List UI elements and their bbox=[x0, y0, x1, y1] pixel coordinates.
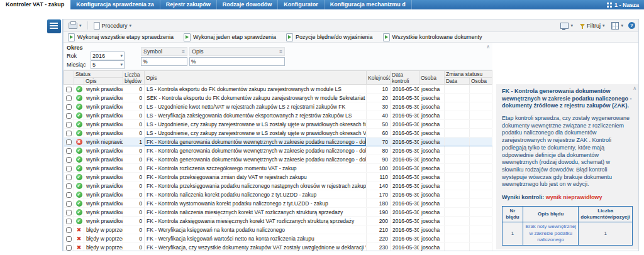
action-all-controlled-documents[interactable]: Wszystkie kontrolowane dokumenty bbox=[383, 33, 482, 41]
table-row[interactable]: ✔ wynik prawidłow 0 LS - Kontrola ekspor… bbox=[64, 85, 492, 94]
status-ok-icon: ✔ bbox=[76, 183, 82, 189]
row-checkbox[interactable] bbox=[66, 192, 72, 198]
action-bar: Wykonaj wszystkie etapy sprawdzenia Wyko… bbox=[64, 32, 638, 43]
table-row[interactable]: ✔ wynik prawidłow 0 LS - Uzgodnienie, cz… bbox=[64, 129, 492, 138]
results-table: Status Liczba błędów Opis Kolejność↑ Dat… bbox=[64, 70, 492, 251]
header-zmiana-statusu[interactable]: Zmiana statusu bbox=[445, 71, 492, 78]
header-zmiana-osoba[interactable]: Osoba bbox=[470, 78, 492, 85]
table-row[interactable]: ✔ wynik prawidłow 0 FK - Kontrola rozlic… bbox=[64, 164, 492, 173]
header-status[interactable]: Status bbox=[74, 71, 123, 78]
row-checkbox[interactable] bbox=[66, 236, 72, 242]
status-text: wynik prawidłow bbox=[84, 102, 123, 111]
table-row[interactable]: ✔ wynik prawidłow 0 FK - Kontrola przeks… bbox=[64, 182, 492, 190]
row-checkbox[interactable] bbox=[66, 104, 72, 110]
header-kolejnosc[interactable]: Kolejność↑ bbox=[367, 71, 391, 85]
help-icon[interactable]: ? bbox=[628, 22, 635, 29]
month-select[interactable]: 5 ▾ bbox=[91, 60, 125, 69]
order-number: 190 bbox=[367, 208, 391, 217]
funnel-icon bbox=[580, 24, 585, 27]
left-nav-strip bbox=[47, 19, 63, 251]
company-indicator[interactable]: 1 - Nasza bbox=[602, 0, 644, 9]
status-ok-icon: ✔ bbox=[76, 130, 82, 136]
error-count: 0 bbox=[123, 146, 145, 155]
row-checkbox[interactable] bbox=[66, 210, 72, 215]
action-error-positions[interactable]: Pozycje błędne/do wyjaśnienia bbox=[286, 33, 373, 41]
header-data-kontroli[interactable]: Data kontroli bbox=[391, 71, 419, 85]
err-opis[interactable]: Brak noty wewnętrznej w zakresie podatku… bbox=[523, 222, 579, 245]
header-osoba[interactable]: Osoba bbox=[419, 71, 445, 85]
header-status-opis[interactable]: Opis bbox=[84, 78, 123, 85]
row-checkbox[interactable] bbox=[66, 131, 72, 136]
tab-rodzaje-dowodow[interactable]: Rodzaje dowodów bbox=[217, 0, 279, 9]
row-checkbox[interactable] bbox=[66, 166, 72, 171]
control-description: FK - Kontrola generowania dokumentów wew… bbox=[145, 138, 367, 146]
row-checkbox[interactable] bbox=[66, 175, 72, 180]
tab-kontroler-vat-zakup[interactable]: Kontroler VAT - zakup bbox=[0, 0, 70, 9]
symbol-filter-input[interactable] bbox=[141, 57, 187, 66]
table-row[interactable]: ✔ wynik prawidłow 0 FK - Kontrola wystor… bbox=[64, 199, 492, 208]
table-row[interactable]: ✔ wynik prawidłow 0 FK - Kontrola przeks… bbox=[64, 173, 492, 182]
control-description: FK - Kontrola wystornowania korekt podat… bbox=[145, 199, 367, 208]
status-change-person bbox=[470, 225, 492, 234]
header-opis[interactable]: Opis bbox=[145, 71, 367, 85]
header-zmiana-data[interactable]: Data bbox=[445, 78, 470, 85]
row-checkbox[interactable] bbox=[66, 122, 72, 127]
results-label: Wyniki kontroli: bbox=[502, 194, 544, 200]
control-description: FK - Weryfikacja, czy wszystkie dokument… bbox=[145, 243, 367, 251]
table-row[interactable]: ✔ wynik prawidłow 0 LS - Weryfikacja zak… bbox=[64, 111, 492, 120]
table-row[interactable]: ✖ błędy w poprzedni 0 FK - Weryfikacja k… bbox=[64, 225, 492, 234]
row-checkbox[interactable] bbox=[66, 113, 72, 119]
row-checkbox[interactable] bbox=[66, 148, 72, 154]
filter-collapse-icon[interactable]: ∧ bbox=[486, 44, 490, 50]
tab-konfiguracja-sprawdzenia[interactable]: Konfiguracja sprawdzenia za bbox=[70, 0, 160, 9]
table-row[interactable]: ✔ wynik prawidłow 0 FK - Kontrola genero… bbox=[64, 146, 492, 155]
table-row[interactable]: ✔ wynik prawidłow 0 LS - Uzgodnienie, cz… bbox=[64, 120, 492, 129]
header-select-column[interactable] bbox=[64, 71, 74, 85]
row-checkbox[interactable] bbox=[66, 139, 72, 145]
row-checkbox[interactable] bbox=[66, 157, 72, 163]
table-row[interactable]: ✔ wynik prawidłow 0 LS - Uzgodnienie kwo… bbox=[64, 102, 492, 111]
tab-konfiguracja-mechanizmu[interactable]: Konfiguracja mechanizmu d bbox=[325, 0, 412, 9]
menu-button[interactable] bbox=[47, 19, 61, 33]
row-checkbox[interactable] bbox=[66, 227, 72, 233]
procedury-menu-button[interactable]: Procedury ▾ bbox=[92, 21, 134, 30]
row-checkbox[interactable] bbox=[66, 219, 72, 224]
status-ok-icon: ✔ bbox=[76, 200, 82, 207]
error-count: 0 bbox=[123, 102, 145, 111]
row-checkbox[interactable] bbox=[66, 183, 72, 189]
row-checkbox[interactable] bbox=[66, 87, 72, 92]
control-date: 2016-05-30 bbox=[391, 234, 419, 243]
year-select[interactable]: 2016 ▾ bbox=[91, 52, 125, 60]
status-change-date bbox=[445, 243, 470, 251]
header-liczba-bledow[interactable]: Liczba błędów bbox=[123, 71, 145, 85]
opis-filter-input[interactable] bbox=[189, 57, 285, 66]
action-run-all-steps[interactable]: Wykonaj wszystkie etapy sprawdzenia bbox=[68, 33, 174, 41]
status-warning-icon: ✖ bbox=[77, 236, 82, 242]
control-description: SEK - Kontrola eksportu do FK dokumentów… bbox=[145, 94, 367, 102]
filtruj-button[interactable]: Filtruj ▾ bbox=[578, 22, 607, 30]
person: josocha bbox=[419, 146, 445, 155]
row-checkbox[interactable] bbox=[66, 201, 72, 207]
row-checkbox[interactable] bbox=[66, 95, 72, 101]
table-row[interactable]: ✔ wynik prawidłow 0 FK - Kontrola zaksię… bbox=[64, 217, 492, 225]
table-row[interactable]: ✖ błędy w poprzedni 0 FK - Weryfikacja, … bbox=[64, 243, 492, 251]
action-run-one-step[interactable]: Wykonaj jeden etap sprawdzenia bbox=[184, 33, 276, 41]
table-row[interactable]: ✔ wynik prawidłow 0 SEK - Kontrola ekspo… bbox=[64, 94, 492, 102]
table-row[interactable]: ✔ wynik prawidłow 0 FK - Kontrola nalicz… bbox=[64, 208, 492, 217]
table-row[interactable]: ✔ wynik prawidłow 0 FK - Kontrola genero… bbox=[64, 155, 492, 164]
filter-operator-icon[interactable]: ≡ bbox=[279, 49, 282, 55]
print-button[interactable]: ▾ bbox=[67, 22, 84, 30]
view-button[interactable]: ▾ bbox=[558, 22, 575, 30]
layout-button[interactable]: ▾ bbox=[609, 21, 625, 30]
status-ok-icon: ✔ bbox=[76, 121, 82, 127]
tab-rejestr-zakupow[interactable]: Rejestr zakupów bbox=[160, 0, 217, 9]
table-row[interactable]: ✔ wynik prawidłow 0 FK - Kontrola nalicz… bbox=[64, 190, 492, 199]
tab-konfigurator[interactable]: Konfigurator bbox=[278, 0, 325, 9]
status-ok-icon: ✔ bbox=[76, 112, 82, 119]
table-row[interactable]: ✖ błędy w poprzedni 0 FK - Weryfikacja k… bbox=[64, 234, 492, 243]
panel-scroll-up-icon[interactable]: ∧ bbox=[633, 85, 636, 92]
row-checkbox[interactable] bbox=[66, 245, 72, 251]
filter-operator-icon[interactable]: ≡ bbox=[182, 49, 185, 55]
table-row[interactable]: ✖ wynik nieprawidł 1 FK - Kontrola gener… bbox=[64, 138, 492, 146]
control-date: 2016-05-30 bbox=[391, 94, 419, 102]
